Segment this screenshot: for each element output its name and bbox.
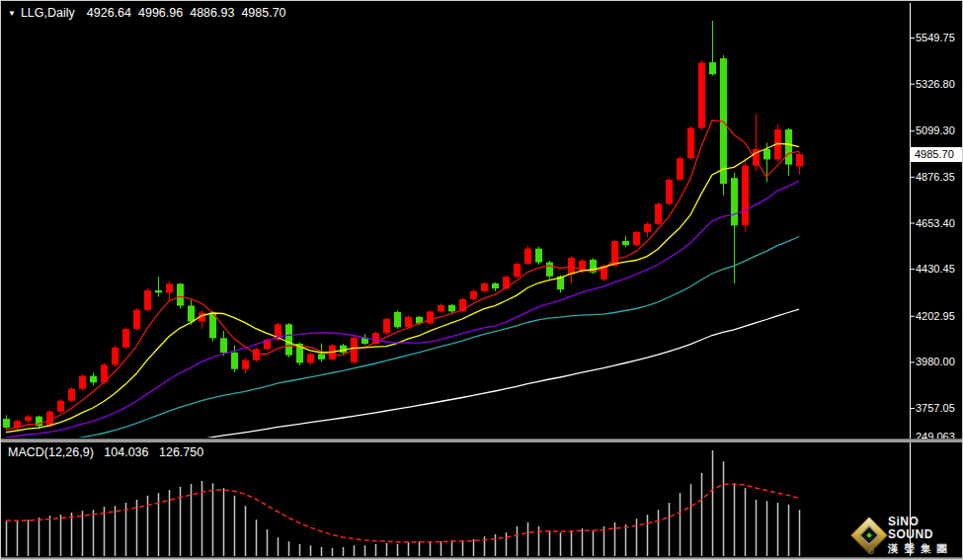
candle-body <box>709 62 716 74</box>
candle-body <box>655 203 662 223</box>
pane-separator[interactable] <box>1 439 963 442</box>
price-axis-label: 3757.05 <box>916 401 955 415</box>
candle-body <box>122 329 129 348</box>
candle-body <box>318 354 325 359</box>
ohlc-open: 4926.64 <box>87 6 131 20</box>
candle-body <box>79 376 86 389</box>
sino-sound-logo: SiNO SOUND 漢聲集團 <box>850 516 962 555</box>
price-axis-line-group <box>910 3 915 556</box>
price-axis-label: 5099.30 <box>916 123 955 137</box>
chart-title: ▼ LLG,Daily 4926.64 4996.96 4886.93 4985… <box>8 6 293 20</box>
candle-body <box>677 158 683 180</box>
moving-average-line <box>6 143 799 432</box>
price-axis-label: 4430.45 <box>916 262 955 276</box>
indicator-name: MACD(12,26,9) <box>8 445 94 459</box>
price-axis-label: 5326.80 <box>916 77 955 91</box>
candle-body <box>68 389 75 401</box>
candle-body <box>796 154 803 166</box>
logo-sub-mark: 0 <box>869 546 874 556</box>
candle-body <box>666 180 673 203</box>
ohlc-low: 4886.93 <box>190 6 234 20</box>
candle-body <box>470 291 477 299</box>
candle-body <box>481 283 488 291</box>
logo-brand-text: SiNO SOUND <box>888 516 962 541</box>
candle-body <box>177 283 184 305</box>
candle-body <box>220 338 227 353</box>
candle-body <box>427 311 434 323</box>
candle-body <box>25 417 32 422</box>
ohlc-high: 4996.96 <box>138 6 183 20</box>
candle-body <box>285 324 292 355</box>
logo-chinese-text: 漢聲集團 <box>888 542 962 555</box>
candle-body <box>535 249 542 263</box>
candle-body <box>622 241 629 245</box>
candle-body <box>90 376 97 383</box>
candle-body <box>785 129 792 165</box>
chart-canvas[interactable] <box>1 1 963 560</box>
candle-body <box>3 419 10 428</box>
candle-body <box>731 178 738 225</box>
candle-body <box>514 264 521 277</box>
candle-body <box>492 283 499 288</box>
candle-body <box>231 353 238 369</box>
candle-body <box>57 401 64 412</box>
price-axis-label: 3980.00 <box>916 355 955 368</box>
candle-body <box>546 263 553 277</box>
candle-body <box>253 349 260 360</box>
price-axis-label: 5549.75 <box>916 31 955 44</box>
collapse-arrow-icon[interactable]: ▼ <box>8 9 16 18</box>
candle-body <box>742 166 749 226</box>
candle-body <box>155 290 162 292</box>
candle-body <box>448 305 455 311</box>
candle-body <box>394 312 401 327</box>
indicator-label: MACD(12,26,9) 104.036 126.750 <box>8 445 210 459</box>
candle-body <box>307 354 314 362</box>
candle-body <box>405 317 412 327</box>
candle-body <box>144 290 151 310</box>
ohlc-close: 4985.70 <box>241 6 285 20</box>
candle-body <box>698 62 705 127</box>
candle-body <box>644 224 651 232</box>
mt4-chart-window: ▼ LLG,Daily 4926.64 4996.96 4886.93 4985… <box>0 0 963 560</box>
symbol-period-label: LLG,Daily <box>21 6 75 20</box>
candle-body <box>112 348 119 365</box>
candle-body <box>438 305 444 311</box>
candle-body <box>383 319 390 333</box>
candle-body <box>687 128 694 159</box>
price-axis-label: 4202.95 <box>916 309 955 323</box>
candle-body <box>633 232 640 245</box>
candle-body <box>242 360 249 369</box>
current-price-tag: 4985.70 <box>911 147 963 162</box>
moving-average-line <box>6 181 799 438</box>
candle-body <box>188 305 195 321</box>
main-price-pane[interactable] <box>3 21 803 471</box>
candle-body <box>568 258 575 275</box>
indicator-signal-value: 126.750 <box>159 445 203 459</box>
macd-pane[interactable] <box>6 450 800 556</box>
candle-body <box>166 283 173 292</box>
candle-body <box>524 249 531 264</box>
price-axis-label: 4876.35 <box>916 170 955 184</box>
candle-body <box>133 310 140 329</box>
candle-body <box>763 149 770 159</box>
indicator-value: 104.036 <box>104 445 148 459</box>
price-axis-label: 4653.40 <box>916 216 955 230</box>
